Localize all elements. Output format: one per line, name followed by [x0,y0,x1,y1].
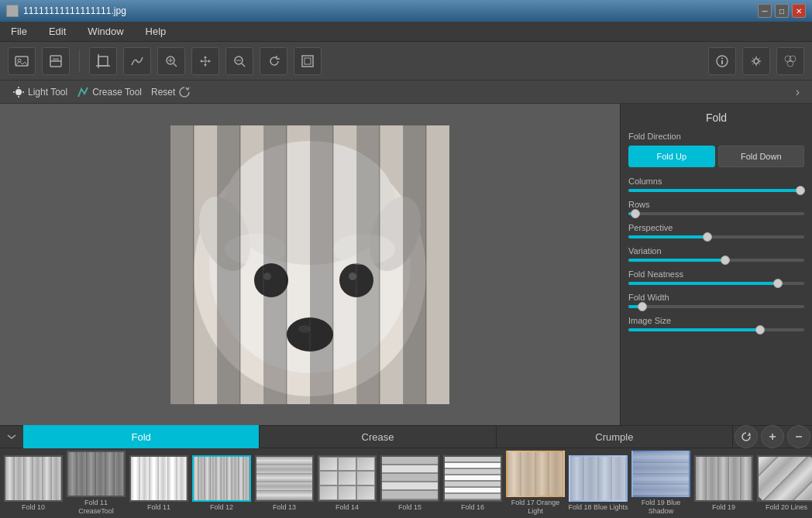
thumb-fold-19-label: Fold 19 [712,503,735,512]
secondary-toolbar: Light Tool Crease Tool Reset › [0,81,812,104]
image-size-slider[interactable] [628,328,804,331]
photo-tool-button[interactable] [8,47,36,75]
info-button[interactable] [708,47,736,75]
fold-18-preview [570,457,626,500]
svg-point-22 [754,59,759,63]
svg-rect-50 [287,125,310,404]
rows-slider[interactable] [628,212,804,215]
crop-tool-button[interactable] [89,47,117,75]
rows-thumb[interactable] [631,209,640,218]
variation-thumb[interactable] [721,256,730,265]
perspective-slider[interactable] [628,235,804,238]
svg-line-15 [242,63,245,67]
perspective-thumb[interactable] [703,232,712,242]
fold-neatness-label: Fold Neatness [628,269,804,279]
info-icon [714,53,730,69]
tab-crease[interactable]: Crease [260,425,496,448]
curve-tool-button[interactable] [123,47,151,75]
image-size-thumb[interactable] [755,325,765,334]
thumb-fold-10 [4,455,63,502]
nav-arrow-right[interactable]: › [796,85,800,99]
fold-up-button[interactable]: Fold Up [628,146,715,167]
frame-button[interactable] [294,47,322,75]
title-bar: 11111111111111111.jpg ─ □ ✕ [0,0,812,22]
menu-help[interactable]: Help [141,24,171,39]
list-item[interactable]: Fold 17 Orange Light [505,451,566,516]
maximize-button[interactable]: □ [775,4,789,18]
title-bar-left: 11111111111111111.jpg [6,5,126,17]
fold-neatness-slider-row: Fold Neatness [628,269,804,285]
fold-width-slider[interactable] [628,305,804,308]
list-item[interactable]: Fold 20 Lines [756,455,812,512]
curve-icon [129,53,145,69]
columns-slider[interactable] [628,189,804,192]
svg-rect-52 [333,125,356,404]
thumb-fold-11-crease [67,451,126,497]
thumb-fold-18-label: Fold 18 Blue Lights [568,503,628,512]
list-item[interactable]: Fold 19 [693,455,754,512]
svg-rect-55 [403,125,426,404]
move-tool-button[interactable] [191,47,219,75]
right-panel: Fold Fold Direction Fold Up Fold Down Co… [620,104,812,425]
fold-neatness-slider[interactable] [628,282,804,285]
remove-action-button[interactable] [787,425,810,448]
menu-edit[interactable]: Edit [44,24,71,39]
menu-bar: File Edit Window Help [0,22,812,42]
fold-width-thumb[interactable] [638,302,647,311]
list-item[interactable]: Fold 16 [442,455,503,512]
svg-rect-17 [302,56,313,67]
rotate-button[interactable] [260,47,287,75]
zoom-out-icon [232,53,247,69]
list-item[interactable]: Fold 10 [3,455,64,512]
scan-tool-button[interactable] [42,47,70,75]
svg-rect-18 [304,58,311,64]
fold-14-preview [319,457,375,500]
crease-tool-item[interactable]: Crease Tool [77,86,142,98]
columns-fill [628,189,800,192]
zoom-in-button[interactable] [157,47,185,75]
menu-file[interactable]: File [6,24,32,39]
perspective-label: Perspective [628,223,804,232]
list-item[interactable]: Fold 11 CreaseTool [66,451,126,516]
minimize-button[interactable]: ─ [758,4,772,18]
menu-window[interactable]: Window [83,24,128,39]
columns-slider-row: Columns [628,177,804,192]
fold-down-button[interactable]: Fold Down [718,146,805,167]
panel-title: Fold [628,111,804,124]
rows-label: Rows [628,200,804,209]
list-item[interactable]: Fold 11 [129,455,189,512]
columns-label: Columns [628,177,804,186]
list-item[interactable]: Fold 12 [191,455,252,512]
settings-button[interactable] [742,47,770,75]
list-item[interactable]: Fold 14 [317,455,377,512]
image-size-label: Image Size [628,316,804,325]
effects-button[interactable] [776,47,804,75]
fold-direction-section: Fold Direction Fold Up Fold Down [628,132,804,167]
minus-icon [793,431,804,442]
reset-item[interactable]: Reset [151,86,191,98]
fold-neatness-thumb[interactable] [773,279,783,288]
fold-11c-preview [68,452,124,496]
list-item[interactable]: Fold 15 [380,455,440,512]
svg-rect-49 [263,125,287,404]
tab-fold[interactable]: Fold [23,425,260,448]
thumb-fold-16-label: Fold 16 [461,503,484,512]
refresh-action-button[interactable] [735,425,758,448]
light-tool-icon [12,86,25,98]
fold-width-slider-row: Fold Width [628,293,804,308]
columns-thumb[interactable] [796,186,805,195]
svg-point-21 [721,57,723,59]
variation-slider[interactable] [628,259,804,262]
zoom-out-button[interactable] [225,47,253,75]
settings-icon [748,53,764,69]
list-item[interactable]: Fold 19 Blue Shadow [631,451,691,516]
bottom-toggle-button[interactable] [0,425,23,448]
light-tool-item[interactable]: Light Tool [12,86,67,98]
tab-crumple[interactable]: Crumple [497,425,733,448]
add-action-button[interactable] [761,425,784,448]
close-button[interactable]: ✕ [792,4,806,18]
list-item[interactable]: Fold 18 Blue Lights [568,455,628,512]
list-item[interactable]: Fold 13 [254,455,315,512]
svg-rect-46 [194,125,217,404]
plus-icon [767,431,778,442]
